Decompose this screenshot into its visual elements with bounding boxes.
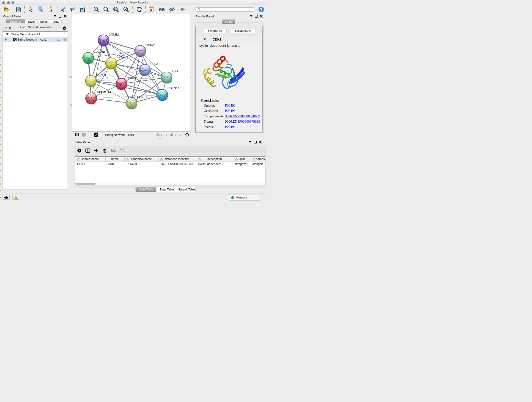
svg-text:?: ? bbox=[260, 7, 262, 12]
svg-text:CCNB2: CCNB2 bbox=[109, 33, 119, 36]
svg-text:CDKN1A: CDKN1A bbox=[167, 86, 180, 90]
svg-text:CCNE1: CCNE1 bbox=[137, 95, 147, 99]
svg-text:CDC6: CDC6 bbox=[150, 62, 158, 65]
svg-text:CCNA2: CCNA2 bbox=[127, 76, 137, 80]
svg-text:RB1: RB1 bbox=[172, 69, 178, 72]
svg-text:CCNA1: CCNA1 bbox=[146, 43, 156, 47]
svg-text:HIST1H1A: HIST1H1A bbox=[97, 90, 111, 94]
svg-text:CDC25B: CDC25B bbox=[93, 50, 105, 53]
svg-text:CDK1: CDK1 bbox=[117, 55, 125, 58]
svg-text:CCNB1: CCNB1 bbox=[96, 73, 106, 77]
